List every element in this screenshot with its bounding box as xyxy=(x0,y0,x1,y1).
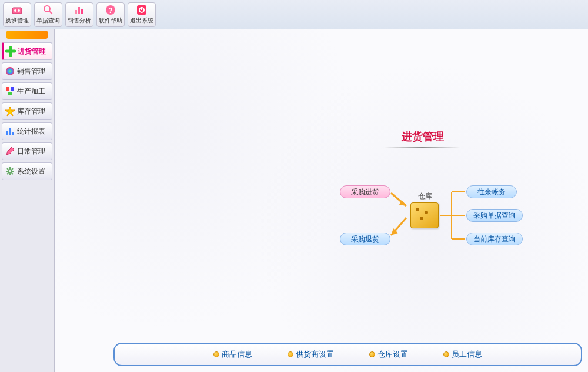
sidebar-item-production[interactable]: 生产加工 xyxy=(2,82,52,100)
sidebar: 进货管理 销售管理 生产加工 库存管理 统计报表 日常管理 系统设置 xyxy=(0,29,55,372)
svg-rect-16 xyxy=(8,92,12,95)
svg-point-2 xyxy=(18,9,20,12)
toolbar: 换班管理 单据查询 销售分析 ? 软件帮助 退出系统 xyxy=(0,0,588,29)
sidebar-item-sales[interactable]: 销售管理 xyxy=(2,62,52,80)
sidebar-label: 库存管理 xyxy=(17,107,45,117)
node-stock-query[interactable]: 当前库存查询 xyxy=(466,232,523,245)
toolbar-btn-help[interactable]: ? 软件帮助 xyxy=(96,2,125,27)
hub-label: 仓库 xyxy=(410,191,440,201)
ball-icon xyxy=(5,66,15,77)
sidebar-item-reports[interactable]: 统计报表 xyxy=(2,122,52,140)
link-warehouse[interactable]: 仓库设置 xyxy=(369,349,408,360)
link-goods-info[interactable]: 商品信息 xyxy=(213,349,252,360)
sidebar-label: 系统设置 xyxy=(17,167,45,177)
svg-line-4 xyxy=(49,11,52,14)
svg-point-1 xyxy=(14,9,16,12)
bullet-icon xyxy=(288,351,293,357)
link-supplier[interactable]: 供货商设置 xyxy=(288,349,334,360)
sidebar-handle[interactable] xyxy=(6,31,48,39)
help-icon: ? xyxy=(105,4,116,16)
hub-warehouse: 仓库 xyxy=(410,191,440,228)
sidebar-item-settings[interactable]: 系统设置 xyxy=(2,162,52,180)
svg-rect-18 xyxy=(9,128,11,135)
sidebar-label: 销售管理 xyxy=(17,67,45,77)
exit-icon xyxy=(136,4,148,16)
sidebar-label: 日常管理 xyxy=(17,147,45,157)
svg-text:?: ? xyxy=(108,6,112,15)
sidebar-label: 进货管理 xyxy=(18,46,46,57)
diagram-title: 进货管理 xyxy=(402,129,444,144)
svg-rect-17 xyxy=(6,131,8,135)
toolbar-btn-shift[interactable]: 换班管理 xyxy=(3,2,31,27)
blocks-icon xyxy=(5,86,15,97)
title-underline xyxy=(384,147,460,148)
link-staff[interactable]: 员工信息 xyxy=(443,349,482,360)
box-icon xyxy=(410,202,439,228)
bullet-icon xyxy=(443,351,449,357)
chart-icon xyxy=(74,4,85,16)
sidebar-label: 统计报表 xyxy=(17,127,45,137)
shift-icon xyxy=(11,4,23,16)
toolbar-btn-analysis[interactable]: 销售分析 xyxy=(65,2,93,27)
svg-rect-14 xyxy=(6,87,9,91)
gear-icon xyxy=(5,166,15,177)
svg-point-20 xyxy=(8,170,12,173)
node-order-query[interactable]: 采购单据查询 xyxy=(466,209,523,222)
svg-rect-19 xyxy=(12,132,14,135)
bullet-icon xyxy=(369,351,375,357)
pencil-icon xyxy=(5,146,15,157)
svg-rect-5 xyxy=(75,10,77,14)
node-purchase-return[interactable]: 采购退货 xyxy=(340,232,390,245)
svg-point-3 xyxy=(44,6,50,12)
content-area: 进货管理 仓库 采购进货 采购退货 往来帐务 采购单据查询 当前库存查询 xyxy=(55,29,588,372)
sidebar-item-inventory[interactable]: 库存管理 xyxy=(2,102,52,120)
sidebar-item-daily[interactable]: 日常管理 xyxy=(2,142,52,160)
toolbar-btn-exit[interactable]: 退出系统 xyxy=(128,2,156,27)
bars-icon xyxy=(5,126,15,137)
svg-rect-7 xyxy=(81,9,83,14)
bullet-icon xyxy=(213,351,219,357)
plus-icon xyxy=(5,46,16,57)
svg-rect-15 xyxy=(11,87,14,91)
star-icon xyxy=(5,106,15,117)
node-accounts[interactable]: 往来帐务 xyxy=(466,185,517,198)
search-icon xyxy=(42,4,54,16)
sidebar-item-purchase[interactable]: 进货管理 xyxy=(2,42,52,60)
svg-rect-6 xyxy=(78,7,80,14)
arrow-in xyxy=(390,188,413,241)
node-purchase-in[interactable]: 采购进货 xyxy=(340,185,390,198)
bottom-bar: 商品信息 供货商设置 仓库设置 员工信息 xyxy=(113,343,582,366)
svg-point-13 xyxy=(6,67,14,75)
sidebar-label: 生产加工 xyxy=(17,87,45,97)
bracket-right xyxy=(440,188,466,243)
diagram: 进货管理 仓库 采购进货 采购退货 往来帐务 采购单据查询 当前库存查询 xyxy=(278,129,531,271)
svg-rect-0 xyxy=(12,8,22,14)
toolbar-btn-query[interactable]: 单据查询 xyxy=(34,2,62,27)
